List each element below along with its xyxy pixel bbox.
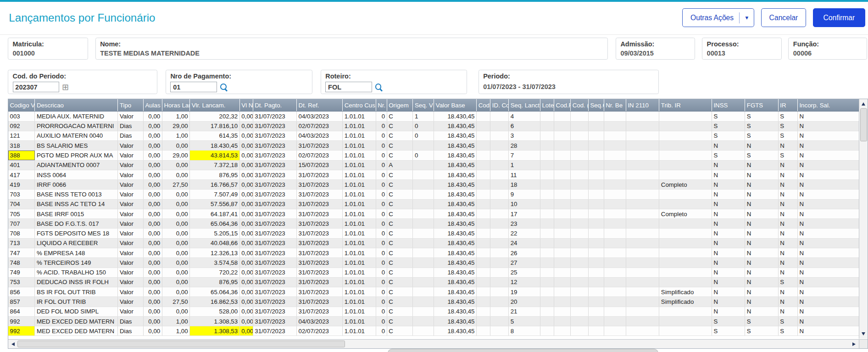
period-lookup-icon[interactable]: ⊞: [62, 83, 69, 91]
cell-nr_pa[interactable]: 0: [376, 131, 387, 140]
cell-seq_c[interactable]: [588, 277, 604, 287]
cell-descricao[interactable]: FGTS DEPOSITO MES 18: [35, 229, 118, 238]
cell-aulas[interactable]: 0,00: [143, 199, 162, 209]
cell-nr_pa[interactable]: 0: [376, 219, 387, 229]
cell-aulas[interactable]: 0,00: [143, 307, 162, 316]
cell-tipo[interactable]: Dias: [118, 326, 144, 336]
cell-descricao[interactable]: MED EXCED DED MATERN: [35, 316, 118, 326]
cell-seq_c[interactable]: [588, 219, 604, 229]
cell-seq_lanct[interactable]: 3: [509, 131, 540, 140]
cell-lote_f[interactable]: [540, 229, 554, 238]
cell-lote_f[interactable]: [540, 287, 554, 297]
column-header-ir[interactable]: IR: [778, 99, 797, 112]
cell-cod_i[interactable]: [477, 258, 490, 268]
cell-seq_c[interactable]: [588, 151, 604, 160]
confirmar-button[interactable]: Confirmar: [813, 8, 865, 27]
cell-aulas[interactable]: 0,00: [143, 112, 162, 121]
cell-nr_pa[interactable]: 0: [376, 151, 387, 160]
cell-nr_pa[interactable]: 0: [376, 297, 387, 307]
cell-in_2110[interactable]: [626, 121, 659, 131]
cell-vlr_lancam[interactable]: 7.507,49: [190, 190, 240, 199]
cell-cod_r[interactable]: [554, 297, 570, 307]
cell-lote_f[interactable]: [540, 170, 554, 179]
cell-seq_c[interactable]: [588, 180, 604, 190]
cell-tipo[interactable]: Dias: [118, 121, 144, 131]
cell-valor_base[interactable]: 18.430,45: [434, 307, 477, 316]
cell-dt_pagto[interactable]: 31/07/2023: [253, 326, 296, 336]
cell-id_co[interactable]: [490, 287, 509, 297]
cell-id_co[interactable]: [490, 190, 509, 199]
cell-ir[interactable]: S: [778, 151, 797, 160]
cell-seq_lanct[interactable]: 12: [509, 277, 540, 287]
cell-origem[interactable]: C: [387, 151, 413, 160]
cell-seq_lanct[interactable]: 6: [509, 121, 540, 131]
cell-cod_p[interactable]: [571, 190, 589, 199]
column-header-in_2110[interactable]: IN 2110: [626, 99, 659, 112]
cell-dt_ref[interactable]: 04/03/2023: [296, 316, 342, 326]
cell-seq_v[interactable]: [413, 268, 434, 277]
cell-valor_base[interactable]: 18.430,45: [434, 112, 477, 121]
cell-origem[interactable]: C: [387, 307, 413, 316]
cell-seq_v[interactable]: 0: [413, 131, 434, 140]
cell-cod_p[interactable]: [571, 268, 589, 277]
cell-seq_lanct[interactable]: 18: [509, 180, 540, 190]
cell-origem[interactable]: C: [387, 297, 413, 307]
scroll-left-button[interactable]: [9, 340, 17, 348]
cell-in_2110[interactable]: [626, 297, 659, 307]
cell-vlr_lancam[interactable]: 16.862,53: [190, 297, 240, 307]
cell-vlr_lancam[interactable]: 1.308,53: [190, 316, 240, 326]
cell-dt_pagto[interactable]: 31/07/2023: [253, 199, 296, 209]
cell-trib_ir[interactable]: [659, 258, 712, 268]
cell-dt_pagto[interactable]: 31/07/2023: [253, 151, 296, 160]
cell-seq_c[interactable]: [588, 190, 604, 199]
cell-fgts[interactable]: N: [745, 307, 778, 316]
cell-ir[interactable]: S: [778, 277, 797, 287]
cell-cod_r[interactable]: [554, 287, 570, 297]
cell-in_2110[interactable]: [626, 141, 659, 151]
cell-aulas[interactable]: 0,00: [143, 219, 162, 229]
cell-lote_f[interactable]: [540, 190, 554, 199]
cell-incorp_sal[interactable]: N: [797, 287, 859, 297]
cell-dt_pagto[interactable]: 31/07/2023: [253, 219, 296, 229]
cell-vlr_lancam[interactable]: 64.187,41: [190, 209, 240, 218]
cell-descricao[interactable]: BS IR FOL OUT TRIB: [35, 287, 118, 297]
cell-vlr_lancam[interactable]: 16.766,57: [190, 180, 240, 190]
cell-in_2110[interactable]: [626, 326, 659, 336]
cell-origem[interactable]: C: [387, 209, 413, 218]
cell-centro_custo[interactable]: 1.01.01: [343, 190, 376, 199]
cell-lote_f[interactable]: [540, 277, 554, 287]
cell-nr_be[interactable]: [604, 131, 626, 140]
cell-vlr_lancam[interactable]: 3.574,58: [190, 258, 240, 268]
cell-aulas[interactable]: 0,00: [143, 326, 162, 336]
cell-nr_pa[interactable]: 0: [376, 287, 387, 297]
cell-cod_p[interactable]: [571, 258, 589, 268]
cell-incorp_sal[interactable]: N: [797, 326, 859, 336]
cell-seq_lanct[interactable]: 19: [509, 287, 540, 297]
cell-dt_pagto[interactable]: 31/07/2023: [253, 170, 296, 179]
cell-inss[interactable]: S: [712, 131, 745, 140]
cell-inss[interactable]: N: [712, 248, 745, 258]
cell-vl_na[interactable]: 0,00: [239, 199, 253, 209]
cell-in_2110[interactable]: [626, 268, 659, 277]
cell-incorp_sal[interactable]: N: [797, 238, 859, 248]
cell-aulas[interactable]: 0,00: [143, 190, 162, 199]
cell-origem[interactable]: C: [387, 180, 413, 190]
cell-cod_i[interactable]: [477, 326, 490, 336]
cell-ir[interactable]: N: [778, 258, 797, 268]
cell-vl_na[interactable]: 0,00: [239, 297, 253, 307]
cell-cod_i[interactable]: [477, 151, 490, 160]
cell-trib_ir[interactable]: [659, 307, 712, 316]
cell-trib_ir[interactable]: Completo: [659, 180, 712, 190]
cell-aulas[interactable]: 0,00: [143, 209, 162, 218]
cell-vl_na[interactable]: 0,00: [239, 121, 253, 131]
cell-ir[interactable]: S: [778, 316, 797, 326]
cell-cod_r[interactable]: [554, 219, 570, 229]
cell-vl_na[interactable]: 0,00: [239, 326, 253, 336]
cell-ir[interactable]: N: [778, 287, 797, 297]
cell-seq_lanct[interactable]: 4: [509, 112, 540, 121]
cell-inss[interactable]: N: [712, 180, 745, 190]
cell-origem[interactable]: C: [387, 248, 413, 258]
cell-valor_base[interactable]: 18.430,45: [434, 316, 477, 326]
cell-nr_be[interactable]: [604, 316, 626, 326]
cell-codigo[interactable]: 417: [8, 170, 35, 179]
